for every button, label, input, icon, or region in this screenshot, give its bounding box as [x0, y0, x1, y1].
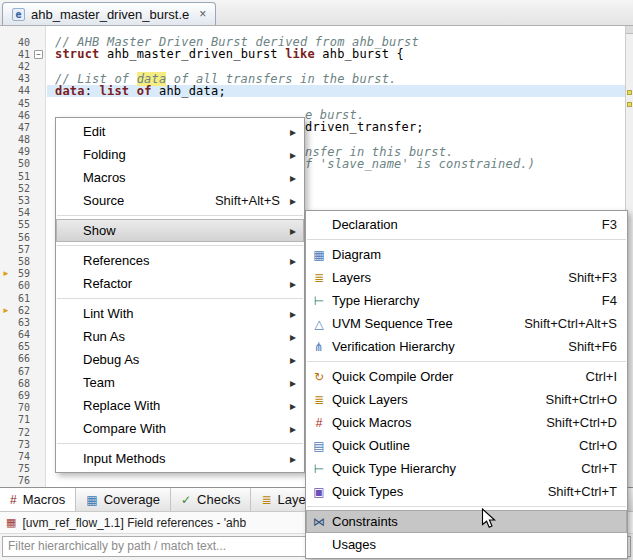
line-number: 75 — [12, 463, 32, 474]
menu-item-macros[interactable]: Macros▸ — [56, 166, 304, 189]
layers-icon: ≣ — [261, 494, 271, 506]
submenu-arrow-icon: ▸ — [290, 254, 304, 268]
editor-tab-bar: e ahb_master_driven_burst.e × — [0, 0, 633, 26]
menu-item-quick-macros[interactable]: #Quick MacrosShift+Ctrl+D — [306, 411, 627, 434]
menu-item-quick-layers[interactable]: ≣Quick LayersShift+Ctrl+O — [306, 388, 627, 411]
gutter-line: 51 — [0, 170, 45, 182]
line-number: 49 — [12, 146, 32, 157]
menu-item-declaration[interactable]: DeclarationF3 — [306, 213, 627, 236]
line-number: 76 — [12, 475, 32, 486]
gutter-line: 76 — [0, 475, 45, 487]
code-token: of — [137, 84, 152, 98]
tab-label: Checks — [197, 492, 240, 507]
menu-item-diagram[interactable]: ▦Diagram — [306, 243, 627, 266]
editor-gutter: 4041−4243444546474849505152535455565758►… — [0, 26, 46, 487]
occurrence-marker[interactable] — [627, 102, 632, 107]
gutter-line: 47 — [0, 121, 45, 133]
quick-types-icon: ▣ — [306, 486, 332, 498]
gutter-line: 44 — [0, 85, 45, 97]
gutter-line: 63 — [0, 316, 45, 328]
menu-item-label: Macros — [83, 170, 126, 185]
submenu-arrow-icon: ▸ — [290, 148, 304, 162]
menu-item-label: Type Hierarchy — [332, 293, 419, 308]
code-token: data — [55, 84, 85, 98]
menu-item-quick-types[interactable]: ▣Quick TypesShift+Ctrl+T — [306, 480, 627, 503]
menu-item-usages[interactable]: Usages — [306, 533, 627, 556]
menu-item-lint-with[interactable]: Lint With▸ — [56, 302, 304, 325]
type-hierarchy-icon: ⊢ — [306, 295, 332, 307]
menu-item-label: Show — [83, 223, 116, 238]
code-line: data: list of ahb_data; — [47, 85, 625, 97]
gutter-line: ►59 — [0, 268, 45, 280]
line-number: 46 — [12, 110, 32, 121]
gutter-line: 58 — [0, 255, 45, 267]
menu-item-quick-type-hierarchy[interactable]: ⊢Quick Type HierarchyCtrl+T — [306, 457, 627, 480]
bottom-tab-macros[interactable]: #Macros — [0, 488, 76, 511]
menu-item-type-hierarchy[interactable]: ⊢Type HierarchyF4 — [306, 289, 627, 312]
bottom-tab-checks[interactable]: ✓Checks — [171, 488, 251, 511]
line-number: 54 — [12, 207, 32, 218]
menu-item-quick-outline[interactable]: ▤Quick OutlineCtrl+O — [306, 434, 627, 457]
menu-item-edit[interactable]: Edit▸ — [56, 120, 304, 143]
line-number: 63 — [12, 317, 32, 328]
menu-item-show[interactable]: Show▸ — [56, 219, 304, 242]
menu-item-input-methods[interactable]: Input Methods▸ — [56, 447, 304, 470]
quick-compile-order-icon: ↻ — [306, 371, 332, 383]
menu-item-label: Edit — [83, 124, 105, 139]
e-file-icon: e — [12, 8, 25, 21]
gutter-line: 41− — [0, 48, 45, 60]
menu-item-refactor[interactable]: Refactor▸ — [56, 272, 304, 295]
menu-item-label: Constraints — [332, 514, 398, 529]
line-number: 67 — [12, 366, 32, 377]
menu-item-shortcut: Ctrl+T — [557, 461, 627, 476]
menu-item-run-as[interactable]: Run As▸ — [56, 325, 304, 348]
gutter-line: 55 — [0, 219, 45, 231]
menu-item-compare-with[interactable]: Compare With▸ — [56, 417, 304, 440]
menu-item-replace-with[interactable]: Replace With▸ — [56, 394, 304, 417]
menu-item-label: Input Methods — [83, 451, 165, 466]
menu-item-label: Quick Outline — [332, 438, 410, 453]
gutter-line: 67 — [0, 365, 45, 377]
menu-item-shortcut: Shift+Ctrl+Alt+S — [500, 316, 627, 331]
ide-window: e ahb_master_driven_burst.e × 4041−42434… — [0, 0, 633, 560]
overview-ruler-header[interactable] — [626, 26, 633, 34]
menu-separator — [57, 443, 303, 444]
line-number: 68 — [12, 378, 32, 389]
line-number: 48 — [12, 134, 32, 145]
occurrence-marker[interactable] — [627, 90, 632, 95]
menu-item-label: Verification Hierarchy — [332, 339, 455, 354]
show-submenu: DeclarationF3▦Diagram≣LayersShift+F3⊢Typ… — [305, 210, 628, 559]
menu-item-shortcut: F4 — [578, 293, 627, 308]
menu-item-team[interactable]: Team▸ — [56, 371, 304, 394]
code-token: struct — [55, 47, 100, 61]
gutter-line: 66 — [0, 353, 45, 365]
menu-item-source[interactable]: SourceShift+Alt+S▸ — [56, 189, 304, 212]
tab-close-icon[interactable]: × — [199, 7, 206, 21]
menu-item-uvm-sequence-tree[interactable]: △UVM Sequence TreeShift+Ctrl+Alt+S — [306, 312, 627, 335]
menu-item-label: Quick Type Hierarchy — [332, 461, 456, 476]
editor-tab[interactable]: e ahb_master_driven_burst.e × — [2, 2, 216, 25]
view-status-text: [uvm_ref_flow_1.1] Field references - 'a… — [22, 516, 246, 530]
line-number: 45 — [12, 98, 32, 109]
gutter-line: 54 — [0, 207, 45, 219]
bottom-tab-coverage[interactable]: ▦Coverage — [76, 488, 171, 511]
menu-item-constraints[interactable]: ⋈Constraints — [306, 510, 627, 533]
mouse-cursor — [481, 508, 497, 530]
menu-item-verification-hierarchy[interactable]: ⋔Verification HierarchyShift+F6 — [306, 335, 627, 358]
menu-item-quick-compile-order[interactable]: ↻Quick Compile OrderCtrl+I — [306, 365, 627, 388]
gutter-line: 50 — [0, 158, 45, 170]
menu-item-shortcut: Shift+Ctrl+O — [521, 392, 627, 407]
submenu-arrow-icon: ▸ — [290, 422, 304, 436]
gutter-line: 42 — [0, 60, 45, 72]
menu-item-layers[interactable]: ≣LayersShift+F3 — [306, 266, 627, 289]
line-number: 58 — [12, 256, 32, 267]
menu-item-folding[interactable]: Folding▸ — [56, 143, 304, 166]
fold-toggle-icon[interactable]: − — [34, 50, 43, 59]
line-number: 59 — [12, 268, 32, 279]
menu-item-references[interactable]: References▸ — [56, 249, 304, 272]
menu-item-shortcut: Ctrl+O — [555, 438, 627, 453]
menu-item-debug-as[interactable]: Debug As▸ — [56, 348, 304, 371]
menu-item-label: Folding — [83, 147, 126, 162]
code-token: list — [100, 84, 130, 98]
gutter-line: 45 — [0, 97, 45, 109]
